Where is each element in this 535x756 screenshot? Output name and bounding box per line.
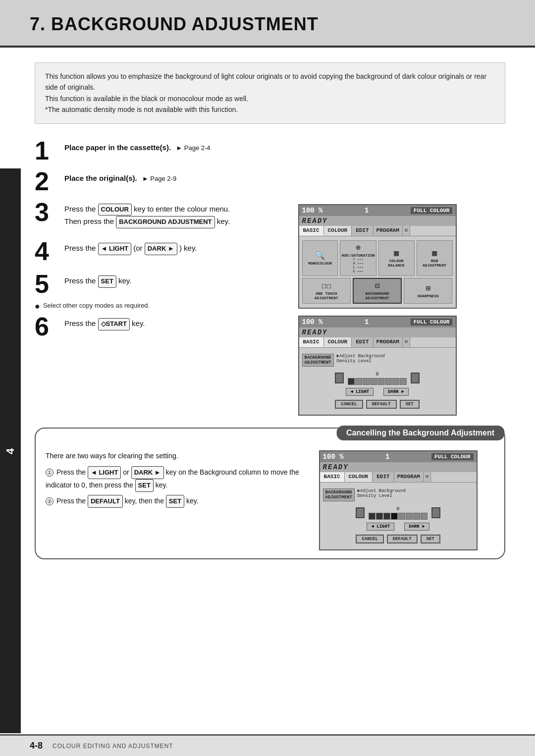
- bg-adj-label: BACKGROUNDADJUSTMENT: [302, 354, 334, 367]
- page-footer: 4-8 COLOUR EDITING AND ADJUSTMENT: [0, 734, 535, 756]
- tab-program[interactable]: PROGRAM: [374, 226, 403, 236]
- colour-balance-icon[interactable]: ▦ COLOUR BALANCE: [378, 240, 415, 276]
- dark-key[interactable]: DARK ►: [145, 243, 177, 255]
- tab-edit[interactable]: EDIT: [352, 226, 373, 236]
- s3-tab-basic[interactable]: BASIC: [320, 472, 345, 482]
- hue-sat-icon[interactable]: ⊕ HUE/SATURATION Y ▪▪▪M ▪▪▪C ▪▪▪K ▪▪▪: [340, 240, 376, 276]
- rgb-adj-icon[interactable]: ▦ RGBADJUSTMENT: [417, 240, 453, 276]
- s3-tab-edit[interactable]: EDIT: [373, 472, 394, 482]
- step-2-content: Place the original(s). ► Page 2-9: [64, 168, 505, 184]
- cancel-light-key[interactable]: ◄ LIGHT: [88, 466, 121, 479]
- step-1-number: 1: [35, 138, 64, 163]
- s3-slider-container: 0: [369, 506, 428, 520]
- s3-slider-area: 0: [323, 506, 474, 520]
- light-button[interactable]: ◄ LIGHT: [346, 388, 374, 396]
- page-header: 7. BACKGROUND ADJUSTMENT: [0, 0, 535, 48]
- s2-tab-colour[interactable]: COLOUR: [324, 337, 352, 347]
- s3-set-btn[interactable]: SET: [421, 535, 440, 543]
- s3-light-dark-row: ◄ LIGHT DARK ►: [323, 523, 474, 531]
- cancel-dark-key[interactable]: DARK ►: [131, 466, 164, 479]
- slider-bar-container: 0: [348, 372, 407, 385]
- screen1-tabs: BASIC COLOUR EDIT PROGRAM ≡: [299, 226, 456, 236]
- step-4-number: 4: [35, 238, 64, 264]
- screen1-body: 🔍 MONOCOLOUR ⊕ HUE/SATURATION Y ▪▪▪M ▪▪▪…: [299, 236, 456, 308]
- dark-button[interactable]: DARK ►: [383, 388, 408, 396]
- slider-left-handle: [335, 373, 344, 383]
- s3-slider-left: [356, 507, 365, 518]
- step-2-number: 2: [35, 168, 64, 194]
- cancel-default-key[interactable]: DEFAULT: [88, 495, 123, 508]
- s3-bg-adj-desc: ►Adjust BackgroundDensity Level: [358, 488, 406, 501]
- bullet-dot: ●: [35, 302, 40, 311]
- icon-grid-top: 🔍 MONOCOLOUR ⊕ HUE/SATURATION Y ▪▪▪M ▪▪▪…: [302, 240, 453, 276]
- cancel-btn[interactable]: CANCEL: [335, 400, 363, 409]
- screen3-ready: READY: [320, 462, 477, 472]
- s3-dark-button[interactable]: DARK ►: [404, 523, 429, 531]
- default-btn[interactable]: DEFAULT: [366, 400, 397, 409]
- slider-right-handle: [411, 373, 420, 383]
- step-4-content: Press the ◄ LIGHT (or DARK ► ) key.: [64, 238, 288, 255]
- s3-cancel-default-set: CANCEL DEFAULT SET: [323, 533, 474, 545]
- step-6-number: 6: [35, 314, 64, 339]
- step-6-content: Press the ◇START key.: [64, 314, 288, 330]
- colour-key[interactable]: COLOUR: [98, 204, 132, 216]
- cancel-set-key[interactable]: SET: [135, 479, 154, 492]
- step-1-content: Place paper in the cassette(s). ► Page 2…: [64, 138, 505, 154]
- s3-tab-icon[interactable]: ≡: [424, 472, 431, 482]
- step-4-row: 4 Press the ◄ LIGHT (or DARK ► ) key.: [35, 238, 288, 264]
- cancel-content: There are two ways for clearing the sett…: [36, 440, 504, 558]
- steps-with-screens: 3 Press the COLOUR key to enter the colo…: [35, 199, 505, 416]
- s2-tab-program[interactable]: PROGRAM: [374, 337, 403, 347]
- s2-tab-edit[interactable]: EDIT: [352, 337, 373, 347]
- steps-right: 100 % 1 FULL COLOUR READY BASIC COLOUR E…: [298, 199, 506, 416]
- cancel-default-set-row: CANCEL DEFAULT SET: [302, 398, 453, 411]
- tab-colour[interactable]: COLOUR: [324, 226, 352, 236]
- s2-tab-icon[interactable]: ≡: [403, 337, 411, 347]
- s3-tab-program[interactable]: PROGRAM: [394, 472, 424, 482]
- cancel-set-key2[interactable]: SET: [166, 495, 184, 508]
- step-3-row: 3 Press the COLOUR key to enter the colo…: [35, 199, 288, 229]
- chapter-tab: 4: [0, 168, 21, 733]
- set-btn[interactable]: SET: [400, 400, 420, 409]
- s2-tab-basic[interactable]: BASIC: [299, 337, 324, 347]
- bg-adj-icon[interactable]: ⊡ BACKGROUND ADJUSTMENT: [353, 278, 402, 304]
- intro-text-3: *The automatic density mode is not avail…: [45, 104, 495, 115]
- light-key[interactable]: ◄ LIGHT: [98, 243, 131, 255]
- bg-adj-key[interactable]: BACKGROUND ADJUSTMENT: [116, 216, 214, 228]
- s3-default-btn[interactable]: DEFAULT: [387, 535, 418, 543]
- page-title: 7. BACKGROUND ADJUSTMENT: [30, 14, 505, 35]
- tab-basic[interactable]: BASIC: [299, 226, 324, 236]
- intro-text-2: This function is available in the black …: [45, 93, 495, 104]
- s3-tab-colour[interactable]: COLOUR: [345, 472, 373, 482]
- s3-light-button[interactable]: ◄ LIGHT: [367, 523, 394, 531]
- screen-colour-menu: 100 % 1 FULL COLOUR READY BASIC COLOUR E…: [298, 204, 457, 309]
- one-touch-icon[interactable]: ☐☐ ONE TOUCH ADJUSTMENT: [302, 278, 351, 304]
- monocolour-icon[interactable]: 🔍 MONOCOLOUR: [302, 240, 338, 276]
- footer-page-num: 4-8: [30, 741, 43, 751]
- step-3-number: 3: [35, 199, 64, 225]
- cancel-screen-wrap: 100 % 1 FULL COLOUR READY BASIC COLOUR E…: [319, 450, 494, 550]
- screen2-body: BACKGROUNDADJUSTMENT ►Adjust BackgroundD…: [299, 348, 456, 415]
- screen3-body: BACKGROUNDADJUSTMENT ►Adjust BackgroundD…: [320, 483, 477, 549]
- set-key[interactable]: SET: [98, 275, 116, 288]
- tab-number: 4: [4, 447, 17, 454]
- cancel-text: There are two ways for clearing the sett…: [46, 450, 309, 550]
- step-1-row: 1 Place paper in the cassette(s). ► Page…: [35, 138, 505, 163]
- step-5-number: 5: [35, 271, 64, 297]
- screen2-ready: READY: [299, 327, 456, 337]
- step-3-content: Press the COLOUR key to enter the colour…: [64, 199, 288, 229]
- start-key[interactable]: ◇START: [98, 318, 130, 330]
- s3-cancel-btn[interactable]: CANCEL: [356, 535, 383, 543]
- bg-adj-header: BACKGROUNDADJUSTMENT ►Adjust BackgroundD…: [302, 352, 453, 369]
- screen1-header: 100 % 1 FULL COLOUR: [299, 205, 456, 216]
- intro-text-1: This function allows you to emphasize th…: [45, 71, 495, 93]
- s3-slider-bar: [369, 513, 428, 520]
- slider-bar: [348, 378, 407, 385]
- steps-left: 3 Press the COLOUR key to enter the colo…: [35, 199, 288, 416]
- light-dark-row: ◄ LIGHT DARK ►: [302, 388, 453, 396]
- step-2-row: 2 Place the original(s). ► Page 2-9: [35, 168, 505, 194]
- sharpness-icon[interactable]: ⊞ SHARPNESS: [404, 278, 453, 304]
- tab-icon[interactable]: ≡: [403, 226, 411, 236]
- s3-slider-right: [431, 507, 440, 518]
- screen-cancel-bg: 100 % 1 FULL COLOUR READY BASIC COLOUR E…: [319, 450, 478, 550]
